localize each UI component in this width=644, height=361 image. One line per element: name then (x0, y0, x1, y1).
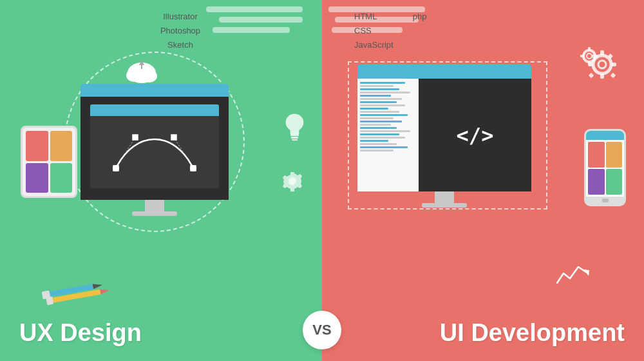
vs-circle: VS (303, 311, 341, 349)
svg-rect-20 (292, 139, 298, 141)
gear-icons-right (580, 42, 631, 90)
gear-icon-left (282, 171, 303, 194)
vs-label: VS (312, 322, 331, 338)
svg-marker-22 (93, 282, 103, 289)
tool-javascript: JavaScript (354, 38, 393, 52)
svg-point-5 (142, 70, 157, 83)
svg-rect-43 (588, 61, 591, 65)
left-panel: Illustrator Photoshop Sketch (0, 0, 322, 361)
svg-rect-32 (600, 50, 604, 55)
tool-html: HTML (354, 10, 393, 24)
tool-photoshop: Photoshop (160, 24, 200, 38)
analytics-icon (554, 260, 592, 289)
svg-rect-33 (600, 73, 604, 79)
svg-rect-35 (611, 63, 616, 66)
tools-left: Illustrator Photoshop Sketch (160, 10, 200, 52)
svg-rect-39 (589, 73, 594, 78)
svg-marker-46 (583, 269, 589, 276)
right-panel: HTML CSS JavaScript php (322, 0, 644, 361)
svg-marker-7 (139, 60, 144, 65)
svg-rect-18 (290, 134, 299, 136)
svg-rect-0 (206, 6, 303, 12)
bezier-curve (103, 123, 206, 181)
tablet-device (21, 126, 77, 198)
deco-waves-left (193, 0, 322, 39)
monitor-right: </> (357, 64, 531, 208)
svg-rect-1 (219, 17, 303, 23)
tool-sketch: Sketch (160, 38, 200, 52)
code-tag: </> (457, 123, 494, 148)
tools-right: HTML CSS JavaScript php (354, 10, 426, 52)
tool-php: php (413, 10, 427, 24)
svg-point-4 (126, 69, 142, 82)
svg-marker-25 (100, 288, 110, 294)
phone-device (584, 129, 626, 206)
tool-css: CSS (354, 24, 393, 38)
svg-point-31 (598, 61, 606, 68)
svg-rect-45 (594, 55, 598, 57)
left-title: UX Design (19, 319, 142, 347)
svg-rect-19 (291, 137, 298, 139)
tools-illustration-left (40, 269, 121, 311)
main-container: Illustrator Photoshop Sketch (0, 0, 644, 361)
svg-rect-38 (611, 73, 616, 78)
svg-rect-2 (213, 27, 290, 33)
svg-rect-44 (580, 55, 584, 57)
right-title: UI Development (440, 319, 625, 347)
svg-rect-26 (46, 297, 53, 306)
tool-illustrator: Illustrator (160, 10, 200, 24)
svg-point-41 (587, 54, 592, 59)
monitor-left (80, 84, 229, 216)
svg-rect-42 (588, 47, 591, 51)
lightbulb-icon (283, 113, 306, 144)
